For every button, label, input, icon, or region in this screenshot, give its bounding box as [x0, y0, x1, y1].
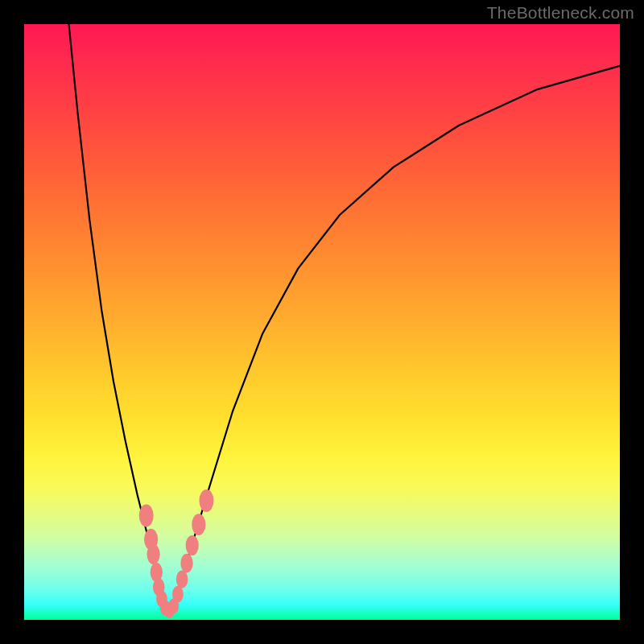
vertex-bead	[139, 505, 154, 527]
vertex-bead	[172, 586, 184, 603]
watermark-text: TheBottleneck.com	[487, 3, 634, 23]
vertex-bead	[147, 544, 159, 564]
vertex-bead	[186, 535, 199, 555]
vertex-bead	[199, 489, 213, 512]
plot-area	[24, 24, 620, 620]
vertex-beads-group	[139, 489, 214, 618]
vertex-bead	[180, 554, 192, 573]
curve-svg	[24, 24, 620, 620]
vertex-bead	[176, 571, 188, 588]
vertex-bead	[192, 514, 205, 535]
chart-frame: TheBottleneck.com	[0, 0, 644, 644]
curve-right-branch	[170, 66, 620, 611]
